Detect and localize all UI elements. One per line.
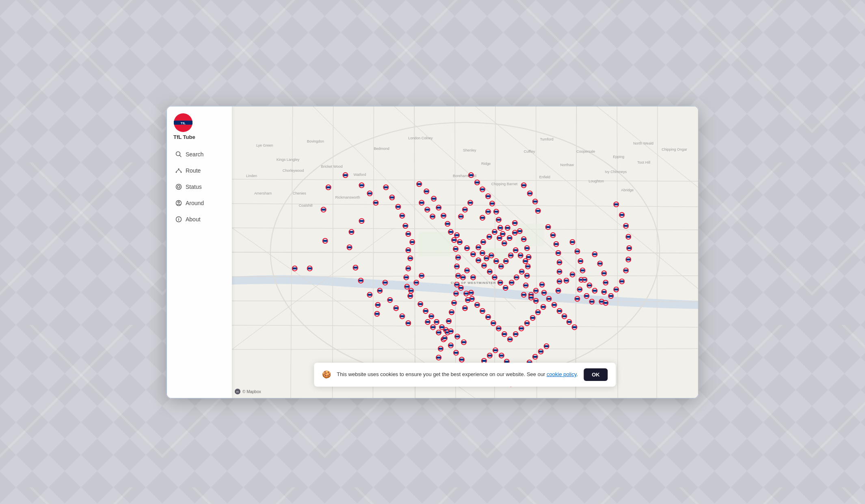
route-label: Route — [186, 167, 201, 174]
sidebar-item-route[interactable]: Route — [170, 163, 229, 178]
svg-text:Watford: Watford — [353, 173, 366, 177]
svg-text:Bricket Wood: Bricket Wood — [321, 164, 343, 169]
svg-text:Enfield: Enfield — [539, 175, 550, 179]
svg-text:Abridge: Abridge — [621, 188, 634, 192]
svg-text:Bovingdon: Bovingdon — [307, 139, 324, 143]
svg-text:Tumford: Tumford — [540, 137, 554, 141]
svg-text:London Colney: London Colney — [408, 136, 433, 140]
mapbox-attribution: m © Mapbox — [234, 388, 261, 396]
svg-text:Epping: Epping — [613, 155, 624, 159]
svg-text:Shenley: Shenley — [463, 148, 476, 152]
cookie-ok-button[interactable]: OK — [584, 368, 608, 381]
svg-line-5 — [180, 155, 182, 157]
app-title: TfL Tube — [173, 134, 195, 140]
svg-text:Coalshill: Coalshill — [299, 203, 313, 208]
sidebar: TfL TfL Tube Search — [167, 106, 232, 398]
svg-point-15 — [178, 218, 179, 218]
svg-text:Ivy Chimneys: Ivy Chimneys — [605, 170, 627, 174]
sidebar-item-around[interactable]: Around — [170, 195, 229, 211]
logo-container: TfL TfL Tube — [167, 113, 232, 147]
svg-text:Amersham: Amersham — [254, 191, 272, 195]
sidebar-item-status[interactable]: Status — [170, 179, 229, 195]
svg-point-12 — [178, 201, 179, 203]
sidebar-item-search[interactable]: Search — [170, 147, 229, 162]
svg-text:Kings Langley: Kings Langley — [277, 158, 300, 162]
svg-text:Loughton: Loughton — [588, 179, 603, 183]
svg-rect-72 — [418, 232, 451, 256]
about-label: About — [186, 216, 201, 223]
svg-text:Cuffley: Cuffley — [524, 149, 535, 154]
sidebar-nav: Search Route — [167, 147, 232, 227]
app-window: TfL TfL Tube Search — [167, 106, 698, 398]
svg-text:Linden: Linden — [246, 174, 257, 178]
app-layout: TfL TfL Tube Search — [167, 106, 698, 398]
status-icon — [175, 183, 182, 190]
search-label: Search — [186, 151, 203, 158]
about-icon — [175, 216, 182, 223]
svg-text:Chorleywood: Chorleywood — [283, 169, 304, 173]
sidebar-item-about[interactable]: About — [170, 212, 229, 227]
svg-point-10 — [177, 186, 180, 188]
svg-text:m: m — [236, 390, 239, 393]
mapbox-logo: m — [234, 388, 241, 396]
svg-text:Rickmansworth: Rickmansworth — [335, 195, 360, 199]
svg-point-6 — [176, 171, 177, 173]
svg-text:Bedmond: Bedmond — [374, 147, 389, 151]
map-background: Lye Green Bovingdon London Colney Tumfor… — [232, 106, 698, 398]
route-icon — [175, 167, 182, 174]
svg-text:North Weald: North Weald — [633, 141, 653, 145]
around-icon — [175, 199, 182, 207]
tfl-logo: TfL — [173, 113, 193, 132]
svg-text:Ridge: Ridge — [481, 162, 491, 166]
status-label: Status — [186, 184, 202, 190]
svg-text:Lye Green: Lye Green — [256, 143, 273, 147]
cookie-text: This website uses cookies to ensure you … — [337, 370, 578, 379]
svg-text:Chipping Ongar: Chipping Ongar — [662, 147, 687, 151]
cookie-icon: 🍪 — [322, 370, 331, 379]
svg-text:Northaw: Northaw — [560, 163, 574, 167]
svg-text:Chenies: Chenies — [293, 191, 306, 195]
around-label: Around — [186, 200, 204, 206]
mapbox-text: © Mapbox — [242, 389, 261, 394]
svg-text:Coopersale: Coopersale — [577, 149, 595, 154]
cookie-policy-link[interactable]: cookie policy — [547, 371, 576, 377]
svg-point-9 — [176, 184, 182, 189]
svg-rect-74 — [516, 224, 544, 246]
map-container[interactable]: Lye Green Bovingdon London Colney Tumfor… — [232, 106, 698, 398]
svg-point-7 — [181, 171, 182, 173]
search-icon — [175, 151, 182, 158]
svg-text:TfL: TfL — [181, 121, 186, 125]
cookie-banner: 🍪 This website uses cookies to ensure yo… — [314, 363, 616, 387]
svg-text:Chipping Barnet: Chipping Barnet — [491, 182, 518, 186]
svg-text:Toot Hill: Toot Hill — [637, 160, 650, 164]
svg-point-8 — [178, 168, 179, 169]
